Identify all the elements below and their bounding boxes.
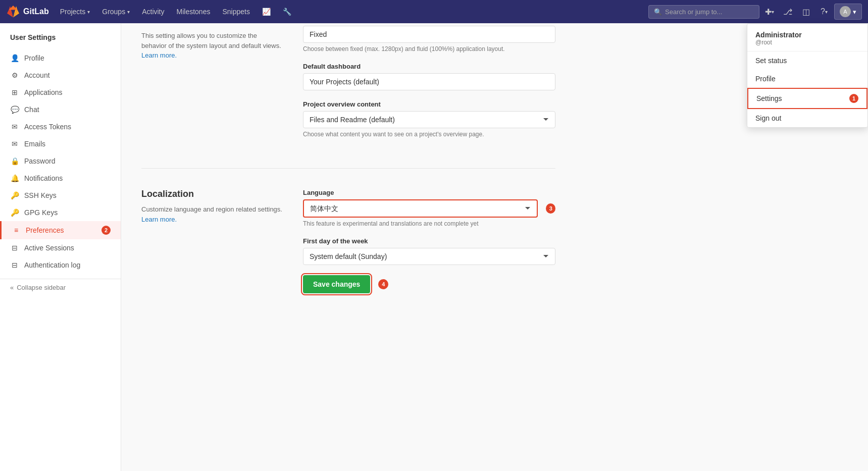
settings-badge: 1	[849, 94, 858, 103]
save-changes-button[interactable]: Save changes	[303, 275, 370, 293]
sidebar-item-account[interactable]: ⚙ Account	[0, 67, 121, 84]
main-content: Behavior This setting allows you to cust…	[121, 0, 576, 349]
dropdown-handle: @root	[755, 39, 859, 46]
sidebar-item-access-tokens[interactable]: ✉ Access Tokens	[0, 118, 121, 135]
project-overview-hint: Choose what content you want to see on a…	[303, 131, 555, 138]
localization-section-right: Language 简体中文 English Deutsch 3 This fea…	[303, 189, 555, 293]
sidebar-item-chat[interactable]: 💬 Chat	[0, 101, 121, 118]
localization-learn-more-link[interactable]: Learn more.	[141, 216, 177, 223]
user-dropdown: Administrator @root Set status Profile S…	[747, 23, 868, 128]
sidebar-item-emails[interactable]: ✉ Emails	[0, 135, 121, 152]
project-overview-label: Project overview content	[303, 100, 555, 108]
first-day-field: First day of the week System default (Su…	[303, 237, 555, 265]
language-label: Language	[303, 189, 555, 196]
behavior-section: Behavior This setting allows you to cust…	[141, 15, 555, 169]
user-menu-button[interactable]: A ▾	[834, 4, 862, 20]
sidebar-item-notifications[interactable]: 🔔 Notifications	[0, 170, 121, 187]
sidebar-item-active-sessions[interactable]: ⊟ Active Sessions	[0, 239, 121, 256]
language-select[interactable]: 简体中文 English Deutsch	[303, 199, 538, 218]
new-item-button[interactable]: ✚ ▾	[761, 4, 778, 20]
preferences-badge: 2	[101, 226, 111, 235]
behavior-desc: This setting allows you to customize the…	[141, 31, 283, 61]
localization-desc: Customize language and region related se…	[141, 204, 283, 224]
sidebar-title: User Settings	[0, 33, 121, 49]
first-day-select[interactable]: System default (Sunday) Monday Saturday …	[303, 248, 555, 265]
top-nav: GitLab Projects ▾ Groups ▾ Activity Mile…	[0, 0, 868, 23]
app-name: GitLab	[23, 7, 49, 16]
app-logo[interactable]: GitLab	[6, 5, 49, 19]
layout-width-hint: Choose between fixed (max. 1280px) and f…	[303, 45, 555, 53]
nav-projects[interactable]: Projects ▾	[55, 6, 95, 18]
search-bar[interactable]: 🔍 Search or jump to...	[648, 5, 759, 19]
project-overview-select[interactable]: Files and Readme (default) Repository Ac…	[303, 111, 555, 128]
language-field: Language 简体中文 English Deutsch 3 This fea…	[303, 189, 555, 227]
dropdown-set-status[interactable]: Set status	[747, 51, 867, 70]
account-icon: ⚙	[10, 71, 19, 79]
behavior-learn-more-link[interactable]: Learn more.	[141, 51, 177, 59]
layout-width-input[interactable]	[303, 26, 555, 43]
profile-icon: 👤	[10, 54, 19, 62]
dropdown-settings[interactable]: Settings 1	[747, 88, 867, 109]
access-tokens-icon: ✉	[10, 123, 19, 131]
avatar: A	[840, 6, 851, 17]
auth-log-icon: ⊟	[10, 261, 19, 269]
search-icon: 🔍	[654, 8, 662, 16]
sidebar: User Settings 👤 Profile ⚙ Account ⊞ Appl…	[0, 23, 121, 349]
dropdown-sign-out[interactable]: Sign out	[747, 109, 867, 127]
applications-icon: ⊞	[10, 88, 19, 96]
default-dashboard-label: Default dashboard	[303, 63, 555, 70]
behavior-section-right: Layout width Choose between fixed (max. …	[303, 15, 555, 148]
password-icon: 🔒	[10, 157, 19, 165]
plus-icon: ✚	[765, 7, 772, 17]
localization-section-left: Localization Customize language and regi…	[141, 189, 283, 293]
sidebar-item-applications[interactable]: ⊞ Applications	[0, 84, 121, 101]
localization-section: Localization Customize language and regi…	[141, 189, 555, 313]
language-step-badge: 3	[546, 203, 555, 214]
sidebar-item-preferences[interactable]: ≡ Preferences 2	[0, 221, 121, 239]
behavior-section-left: Behavior This setting allows you to cust…	[141, 15, 283, 148]
sidebar-item-password[interactable]: 🔒 Password	[0, 152, 121, 170]
default-dashboard-input[interactable]	[303, 73, 555, 90]
active-sessions-icon: ⊟	[10, 244, 19, 252]
nav-activity[interactable]: Activity	[137, 6, 169, 18]
save-step-badge: 4	[378, 279, 388, 289]
language-hint: This feature is experimental and transla…	[303, 220, 555, 227]
help-button[interactable]: ? ▾	[816, 4, 832, 20]
nav-wrench-icon[interactable]: 🔧	[278, 6, 296, 18]
gpg-icon: 🔑	[10, 208, 19, 217]
default-dashboard-field: Default dashboard	[303, 63, 555, 90]
nav-chart-icon[interactable]: 📈	[257, 6, 276, 18]
dropdown-profile[interactable]: Profile	[747, 70, 867, 88]
issues-icon[interactable]: ◫	[798, 4, 814, 20]
dropdown-username: Administrator	[755, 31, 859, 39]
chat-icon: 💬	[10, 106, 19, 114]
first-day-label: First day of the week	[303, 237, 555, 245]
nav-milestones[interactable]: Milestones	[172, 6, 216, 18]
notifications-icon: 🔔	[10, 174, 19, 182]
nav-groups[interactable]: Groups ▾	[97, 6, 135, 18]
sidebar-item-profile[interactable]: 👤 Profile	[0, 49, 121, 67]
preferences-icon: ≡	[12, 226, 21, 234]
dropdown-header: Administrator @root	[747, 24, 867, 51]
sidebar-item-ssh-keys[interactable]: 🔑 SSH Keys	[0, 187, 121, 204]
sidebar-item-gpg-keys[interactable]: 🔑 GPG Keys	[0, 204, 121, 221]
ssh-icon: 🔑	[10, 191, 19, 199]
emails-icon: ✉	[10, 140, 19, 148]
nav-snippets[interactable]: Snippets	[217, 6, 254, 18]
merge-requests-icon[interactable]: ⎇	[780, 4, 796, 20]
project-overview-field: Project overview content Files and Readm…	[303, 100, 555, 138]
collapse-sidebar-button[interactable]: « Collapse sidebar	[0, 279, 121, 296]
sidebar-item-auth-log[interactable]: ⊟ Authentication log	[0, 256, 121, 274]
localization-title: Localization	[141, 189, 283, 199]
